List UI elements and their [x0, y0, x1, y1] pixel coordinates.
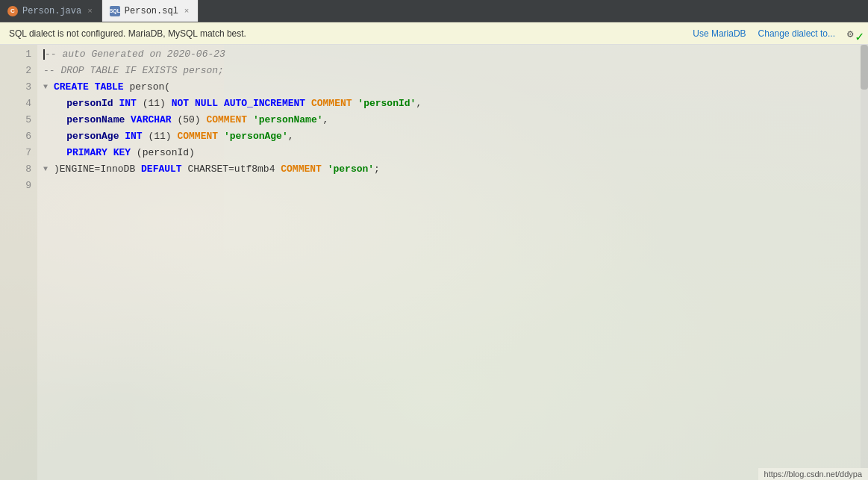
code-line-9: [43, 178, 868, 194]
code-token: personName: [66, 112, 125, 128]
code-token: (11): [137, 96, 172, 112]
url-bar: https://blog.csdn.net/ddypa: [758, 468, 868, 480]
code-token: (50): [172, 112, 207, 128]
fold-arrow-8[interactable]: ▼: [43, 161, 52, 178]
code-token: person(: [124, 79, 170, 96]
tab-close-sql[interactable]: ×: [183, 7, 191, 16]
code-token: ,: [288, 128, 294, 145]
scrollbar[interactable]: [861, 45, 868, 480]
code-token: CHARSET=utf8mb4: [182, 161, 281, 178]
notification-bar: SQL dialect is not configured. MariaDB, …: [0, 22, 868, 45]
line-num-6: 6: [0, 128, 37, 145]
code-token: [119, 128, 125, 145]
change-dialect-link[interactable]: Change dialect to...: [758, 28, 835, 39]
code-token: 'personName': [253, 112, 323, 128]
tab-label-sql: Person.sql: [125, 6, 178, 16]
code-line-8: ▼ )ENGINE=InnoDB DEFAULT CHARSET=utf8mb4…: [43, 161, 868, 178]
code-line-1: -- auto Generated on 2020-06-23: [43, 46, 868, 63]
code-line-6: personAge INT (11) COMMENT 'personAge' ,: [43, 128, 868, 145]
code-token: PRIMARY KEY: [66, 145, 131, 161]
code-token: [305, 96, 311, 112]
code-token: CREATE: [54, 79, 89, 96]
checkmark-icon: ✓: [855, 28, 864, 45]
code-line-7: PRIMARY KEY (personId): [43, 145, 868, 161]
java-icon: C: [7, 6, 18, 16]
code-token: -- DROP TABLE IF EXISTS person;: [43, 63, 224, 79]
code-token: [43, 96, 66, 112]
code-token: VARCHAR: [131, 112, 172, 128]
code-token: COMMENT: [281, 161, 322, 178]
code-token: INT: [125, 128, 142, 145]
code-token: ;: [374, 161, 380, 178]
line-num-7: 7: [0, 145, 37, 161]
code-token: 'personId': [357, 96, 416, 112]
code-line-4: personId INT (11) NOT NULL AUTO_INCREMEN…: [43, 96, 868, 112]
code-token: personId: [66, 96, 113, 112]
code-editor[interactable]: -- auto Generated on 2020-06-23 -- DROP …: [37, 45, 868, 480]
code-token: [125, 112, 131, 128]
code-token: ,: [416, 96, 422, 112]
tab-person-java[interactable]: C Person.java ×: [0, 0, 102, 22]
code-token: ,: [323, 112, 329, 128]
code-token: COMMENT: [177, 128, 218, 145]
code-token: 'personAge': [224, 128, 288, 145]
sql-icon: SQL: [110, 6, 120, 16]
code-token: [43, 145, 66, 161]
code-token: [43, 178, 49, 194]
line-num-9: 9: [0, 178, 37, 194]
code-token: [352, 96, 358, 112]
code-token: [43, 128, 66, 145]
code-token: 'person': [328, 161, 374, 178]
tab-person-sql[interactable]: SQL Person.sql ×: [102, 0, 199, 22]
line-num-1: 1: [0, 46, 37, 63]
code-token: [218, 96, 224, 112]
code-line-5: personName VARCHAR (50) COMMENT 'personN…: [43, 112, 868, 128]
code-token: COMMENT: [311, 96, 352, 112]
code-token: )ENGINE=InnoDB: [54, 161, 141, 178]
fold-arrow-3[interactable]: ▼: [43, 79, 52, 96]
code-token: [218, 128, 224, 145]
code-token: [113, 96, 119, 112]
code-token: TABLE: [95, 79, 124, 96]
code-token: (11): [143, 128, 178, 145]
code-token: personAge: [66, 128, 119, 145]
notification-text: SQL dialect is not configured. MariaDB, …: [9, 28, 246, 39]
code-token: [322, 161, 328, 178]
tab-label-java: Person.java: [22, 6, 81, 16]
tab-bar: C Person.java × SQL Person.sql ×: [0, 0, 868, 22]
code-token: (personId): [131, 145, 195, 161]
code-token: AUTO_INCREMENT: [224, 96, 305, 112]
code-token: INT: [119, 96, 136, 112]
line-num-3: 3: [0, 79, 37, 96]
code-token: [247, 112, 253, 128]
tab-close-java[interactable]: ×: [86, 7, 94, 16]
line-num-2: 2: [0, 63, 37, 79]
line-num-4: 4: [0, 96, 37, 112]
code-token: [43, 112, 66, 128]
code-line-3: ▼ CREATE TABLE person(: [43, 79, 868, 96]
code-token: DEFAULT: [141, 161, 182, 178]
code-line-2: -- DROP TABLE IF EXISTS person;: [43, 63, 868, 79]
use-mariadb-link[interactable]: Use MariaDB: [693, 28, 746, 39]
line-num-8: 8: [0, 161, 37, 178]
code-token: COMMENT: [206, 112, 247, 128]
editor-area: 1 2 3 4 5 6 7 8 9 -- auto Generated on 2…: [0, 45, 868, 480]
code-token: [89, 79, 95, 96]
code-token: -- auto Generated on 2020-06-23: [45, 46, 225, 63]
code-token: NOT NULL: [172, 96, 218, 112]
notification-actions: Use MariaDB Change dialect to... ⚙: [693, 28, 859, 40]
line-numbers: 1 2 3 4 5 6 7 8 9: [0, 45, 37, 480]
scrollbar-thumb[interactable]: [861, 45, 868, 90]
line-num-5: 5: [0, 112, 37, 128]
